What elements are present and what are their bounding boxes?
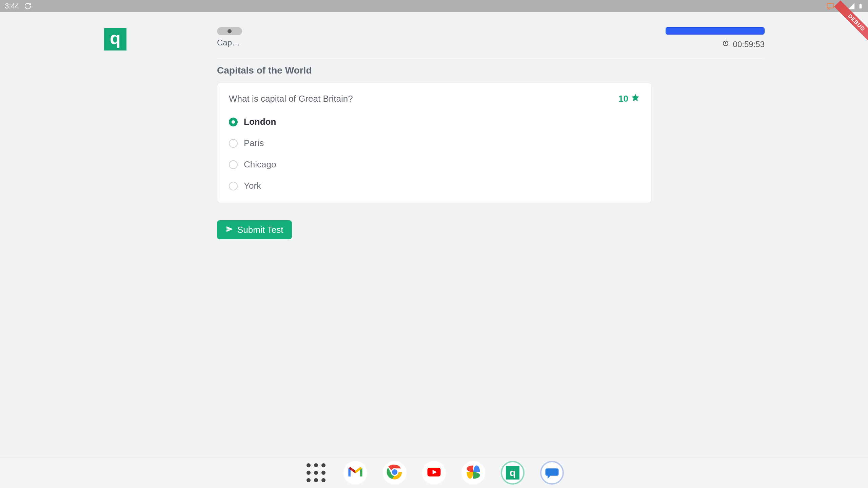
answer-option[interactable]: York <box>229 181 640 191</box>
chrome-icon <box>386 463 403 482</box>
answer-option-label: London <box>244 117 276 127</box>
time-progress-fill <box>666 28 764 34</box>
timer: 00:59:53 <box>722 39 765 49</box>
radio-icon <box>229 160 238 169</box>
battery-icon <box>858 2 863 10</box>
timer-value: 00:59:53 <box>733 40 765 49</box>
radio-icon <box>229 182 238 190</box>
youtube-icon <box>425 463 443 482</box>
cast-icon <box>827 2 834 10</box>
stopwatch-icon <box>722 39 730 49</box>
dock-app-drawer[interactable] <box>304 461 328 485</box>
answer-option-label: Paris <box>244 138 264 148</box>
options-list: LondonParisChicagoYork <box>229 117 640 191</box>
dock-youtube[interactable] <box>422 461 446 485</box>
app-logo[interactable]: q <box>104 28 126 50</box>
page: DEBUG q Capitals of the World 00:59:53 C… <box>0 12 868 488</box>
star-icon <box>631 93 640 104</box>
answer-option-label: York <box>244 181 261 191</box>
answer-option[interactable]: Paris <box>229 138 640 148</box>
svg-rect-0 <box>827 4 833 8</box>
question-card: What is capital of Great Britain? 10 Lon… <box>217 83 652 203</box>
android-dock: q <box>0 457 868 488</box>
breadcrumb-indicator[interactable] <box>217 27 242 35</box>
dock-gmail[interactable] <box>343 461 367 485</box>
points-value: 10 <box>618 94 628 104</box>
sync-icon <box>24 2 32 10</box>
question-text: What is capital of Great Britain? <box>229 94 353 104</box>
question-points: 10 <box>618 93 640 104</box>
radio-icon <box>229 139 238 148</box>
messages-icon <box>543 463 561 482</box>
answer-option-label: Chicago <box>244 159 276 170</box>
answer-option[interactable]: Chicago <box>229 159 640 170</box>
dock-messages[interactable] <box>540 461 564 485</box>
test-title: Capitals of the World <box>217 65 312 76</box>
header-row: Capitals of the World 00:59:53 <box>217 27 765 57</box>
submit-label: Submit Test <box>237 225 283 235</box>
send-icon <box>226 225 233 235</box>
gmail-icon <box>347 463 364 482</box>
header-divider <box>217 59 765 59</box>
breadcrumb-label: Capitals of the World <box>217 38 241 47</box>
app-drawer-icon <box>307 463 326 482</box>
time-progress-bar <box>666 27 765 35</box>
dock-chrome[interactable] <box>383 461 407 485</box>
submit-test-button[interactable]: Submit Test <box>217 220 292 239</box>
dock-quiz-app[interactable]: q <box>501 461 525 485</box>
photos-icon <box>465 463 482 482</box>
quiz-app-icon: q <box>506 466 519 480</box>
status-time: 3:44 <box>5 2 19 11</box>
android-status-bar: 3:44 <box>0 0 868 12</box>
dock-photos[interactable] <box>461 461 485 485</box>
app-logo-letter: q <box>110 29 121 47</box>
radio-icon <box>229 118 238 126</box>
answer-option[interactable]: London <box>229 117 640 127</box>
